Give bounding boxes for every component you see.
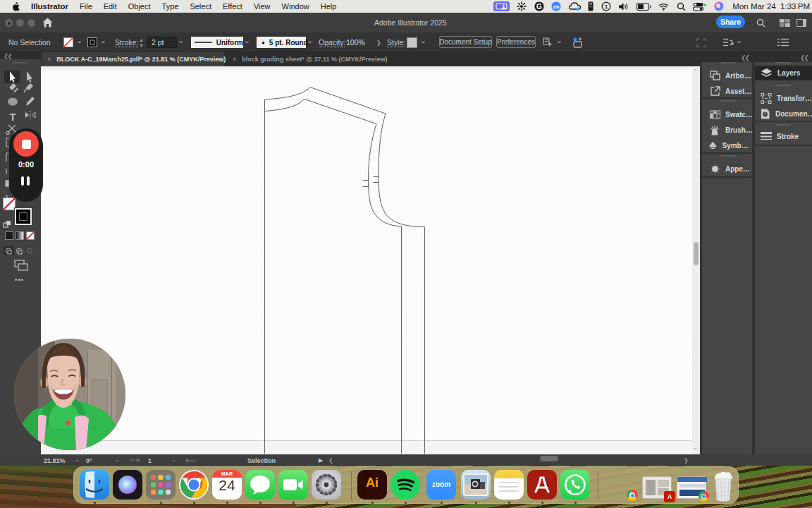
svg-text:zm: zm [553,4,560,9]
svg-text:1: 1 [605,4,608,10]
svg-text:T: T [9,111,16,123]
svg-text:G: G [536,3,542,11]
